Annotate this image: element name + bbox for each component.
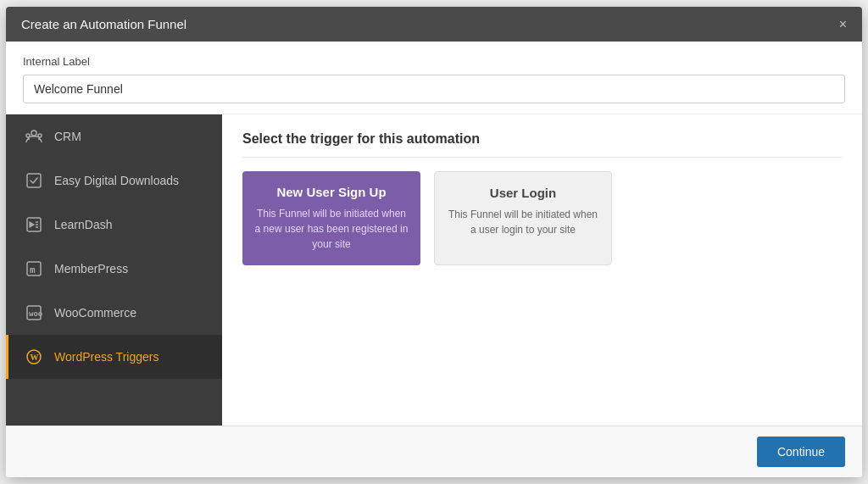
woocommerce-icon: woo: [24, 303, 44, 323]
trigger-section-title: Select the trigger for this automation: [242, 131, 842, 158]
learndash-icon: [24, 214, 44, 235]
content-area: CRM Easy Digital Downloads: [6, 114, 862, 426]
edd-icon: [24, 170, 44, 191]
sidebar-label-memberpress: MemberPress: [54, 262, 128, 275]
sidebar-item-woocommerce[interactable]: woo WooCommerce: [6, 291, 222, 335]
trigger-card-title-signup: New User Sign Up: [276, 185, 386, 199]
trigger-card-desc-login: This Funnel will be initiated when a use…: [447, 207, 599, 237]
svg-text:m: m: [30, 264, 36, 275]
svg-rect-3: [27, 174, 41, 187]
sidebar-label-crm: CRM: [54, 130, 81, 143]
svg-text:woo: woo: [29, 309, 42, 318]
crm-icon: [24, 126, 44, 147]
svg-point-1: [26, 134, 30, 137]
sidebar-label-wordpress-triggers: WordPress Triggers: [54, 350, 159, 364]
svg-text:W: W: [31, 353, 39, 362]
trigger-card-desc-signup: This Funnel will be initiated when a new…: [254, 206, 409, 252]
memberpress-icon: m: [24, 259, 44, 279]
sidebar-item-learndash[interactable]: LearnDash: [6, 203, 222, 247]
sidebar-label-learndash: LearnDash: [54, 218, 113, 231]
modal-header: Create an Automation Funnel ×: [6, 7, 862, 42]
trigger-card-title-login: User Login: [490, 186, 556, 200]
internal-label-text: Internal Label: [23, 55, 845, 68]
trigger-card-new-user-signup[interactable]: New User Sign Up This Funnel will be ini…: [242, 171, 420, 265]
internal-label-input[interactable]: [23, 75, 845, 103]
trigger-options: New User Sign Up This Funnel will be ini…: [242, 171, 842, 265]
svg-point-0: [31, 131, 36, 136]
modal-footer: Continue: [6, 426, 862, 477]
modal: Create an Automation Funnel × Internal L…: [6, 7, 862, 477]
sidebar-label-edd: Easy Digital Downloads: [54, 174, 179, 187]
label-section: Internal Label: [6, 42, 862, 114]
sidebar-item-memberpress[interactable]: m MemberPress: [6, 247, 222, 291]
modal-title: Create an Automation Funnel: [21, 17, 186, 31]
wordpress-icon: W: [24, 347, 44, 367]
close-button[interactable]: ×: [839, 18, 847, 31]
sidebar-item-crm[interactable]: CRM: [6, 114, 222, 159]
trigger-card-user-login[interactable]: User Login This Funnel will be initiated…: [434, 171, 612, 265]
sidebar-label-woocommerce: WooCommerce: [54, 306, 136, 320]
continue-button[interactable]: Continue: [757, 437, 845, 467]
sidebar-item-edd[interactable]: Easy Digital Downloads: [6, 159, 222, 203]
modal-overlay: Create an Automation Funnel × Internal L…: [0, 0, 868, 484]
sidebar-item-wordpress-triggers[interactable]: W WordPress Triggers: [6, 335, 222, 379]
svg-point-2: [38, 134, 42, 137]
modal-body: Internal Label: [6, 42, 862, 426]
main-panel: Select the trigger for this automation N…: [222, 114, 862, 426]
sidebar: CRM Easy Digital Downloads: [6, 114, 222, 426]
